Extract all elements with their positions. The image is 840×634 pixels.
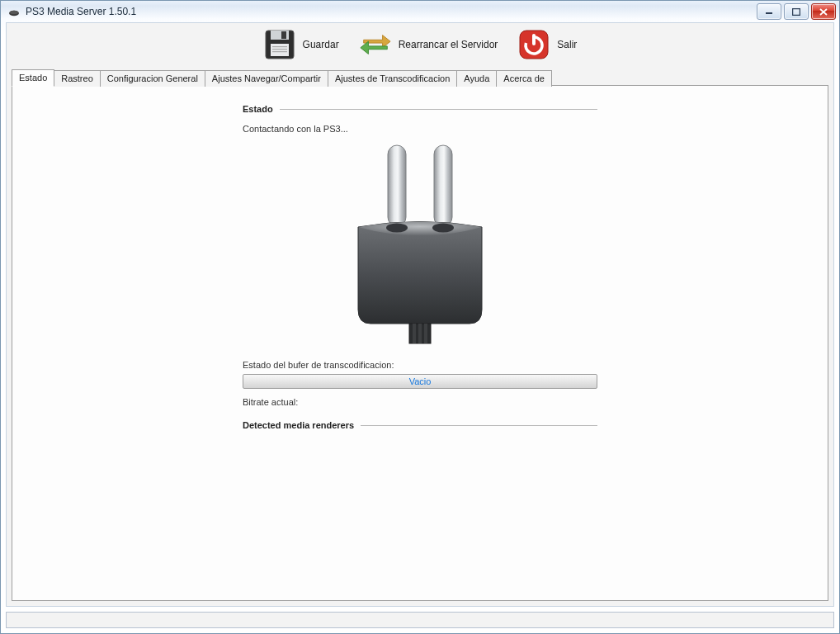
transcode-buffer-bar: Vacio (243, 374, 597, 389)
tab-ajustes-transcodificacion[interactable]: Ajustes de Transcodificacion (328, 70, 457, 87)
svg-point-1 (10, 11, 18, 14)
tab-configuracion-general[interactable]: Configuracion General (100, 70, 205, 87)
connecting-status-text: Contactando con la PS3... (243, 124, 597, 134)
svg-rect-8 (271, 44, 289, 56)
divider (361, 425, 597, 426)
tab-rastreo[interactable]: Rastreo (54, 70, 101, 87)
maximize-button[interactable] (784, 3, 809, 20)
floppy-disk-icon (263, 28, 296, 61)
close-button[interactable] (811, 3, 836, 20)
svg-rect-15 (532, 34, 536, 45)
buffer-label: Estado del bufer de transcodificacion: (243, 360, 597, 370)
tab-ajustes-navegar-compartir[interactable]: Ajustes Navegar/Compartir (205, 70, 328, 87)
exit-button[interactable]: Salir (517, 28, 577, 61)
client-area: Guardar Rearrancar el Servidor (6, 22, 834, 607)
buffer-value: Vacio (409, 376, 432, 386)
power-icon (517, 28, 550, 61)
svg-point-19 (432, 224, 454, 233)
save-button[interactable]: Guardar (263, 28, 339, 61)
toolbar: Guardar Rearrancar el Servidor (7, 23, 833, 68)
status-panel: Estado Contactando con la PS3... (243, 101, 597, 435)
svg-rect-16 (388, 145, 406, 226)
window-title: PS3 Media Server 1.50.1 (26, 6, 136, 17)
svg-rect-11 (272, 51, 287, 52)
status-bar (6, 612, 834, 628)
tab-ayuda[interactable]: Ayuda (456, 70, 497, 87)
minimize-button[interactable] (757, 3, 781, 20)
divider (280, 109, 597, 110)
svg-rect-21 (413, 324, 416, 343)
tab-acerca-de[interactable]: Acerca de (496, 70, 552, 87)
svg-rect-10 (272, 49, 287, 50)
window-controls (757, 3, 836, 20)
svg-rect-23 (424, 324, 427, 343)
svg-point-18 (386, 224, 408, 233)
refresh-arrows-icon (359, 28, 392, 61)
app-icon (7, 5, 21, 18)
status-group-title: Estado (243, 104, 597, 114)
tab-content: Estado Contactando con la PS3... (12, 85, 828, 601)
svg-rect-9 (272, 46, 287, 47)
svg-rect-17 (434, 145, 452, 226)
restart-label: Rearrancar el Servidor (399, 39, 498, 50)
renderers-group-title: Detected media renderers (243, 420, 597, 430)
bitrate-label: Bitrate actual: (243, 397, 597, 407)
exit-label: Salir (557, 39, 577, 50)
renderers-group-label: Detected media renderers (243, 420, 354, 430)
app-window: PS3 Media Server 1.50.1 (0, 0, 840, 634)
svg-rect-7 (281, 31, 286, 39)
save-label: Guardar (303, 39, 339, 50)
tab-estado[interactable]: Estado (12, 69, 54, 87)
status-group-label: Estado (243, 104, 273, 114)
connection-plug-icon (243, 140, 597, 347)
svg-rect-22 (418, 324, 422, 343)
tab-strip: Estado Rastreo Configuracion General Aju… (7, 68, 833, 86)
svg-rect-2 (766, 12, 772, 14)
title-bar[interactable]: PS3 Media Server 1.50.1 (1, 1, 839, 22)
restart-server-button[interactable]: Rearrancar el Servidor (359, 28, 498, 61)
svg-rect-3 (793, 8, 800, 15)
